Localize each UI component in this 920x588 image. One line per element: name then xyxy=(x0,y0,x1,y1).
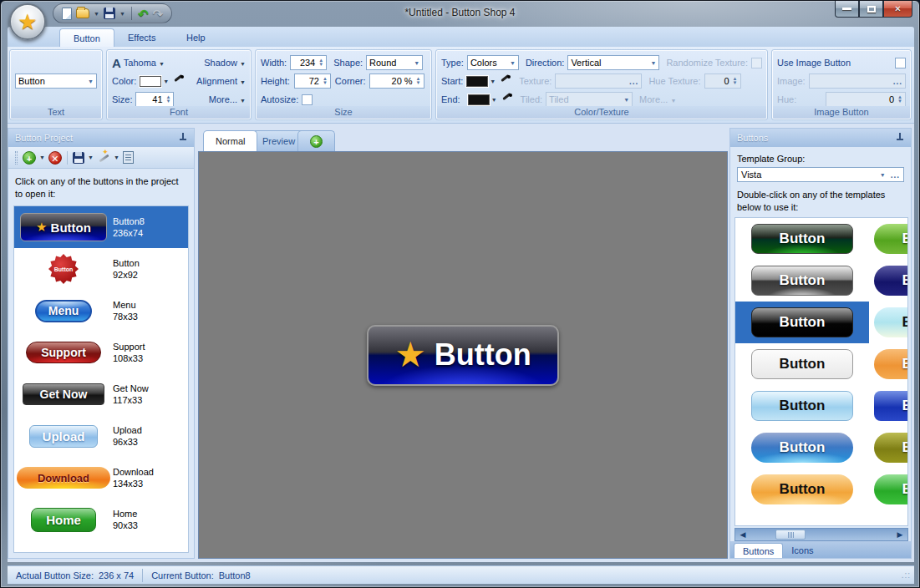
design-canvas[interactable]: ★ Button xyxy=(198,151,728,559)
project-button-list: ★Button Button8236x74 Button Button92x92… xyxy=(13,205,189,553)
font-color-caret[interactable]: ▼ xyxy=(163,79,169,84)
resize-grip[interactable]: .:: xyxy=(902,570,911,580)
spinner-arrows[interactable]: ▲▼ xyxy=(166,95,171,104)
list-item[interactable]: Get Now Get Now117x33 xyxy=(14,373,188,415)
height-spinner[interactable]: 72 ▲▼ xyxy=(294,74,331,89)
tab-button[interactable]: Button xyxy=(59,28,114,47)
tab-normal[interactable]: Normal xyxy=(203,130,257,151)
start-color-swatch[interactable] xyxy=(466,76,488,87)
report-icon[interactable] xyxy=(123,151,134,164)
item-dims: 96x33 xyxy=(113,436,142,448)
item-name: Button xyxy=(113,257,140,269)
save-project-icon[interactable] xyxy=(73,152,84,164)
scroll-left-icon[interactable]: ◀ xyxy=(735,530,750,539)
ribbon-group-color-texture: Type: Colors▼ Direction: Vertical▼ Rando… xyxy=(435,49,768,120)
template-item[interactable]: Button xyxy=(874,307,907,337)
list-item[interactable]: Support Support108x33 xyxy=(14,332,188,373)
tab-buttons[interactable]: Buttons xyxy=(734,543,783,558)
list-item[interactable]: Home Home90x33 xyxy=(14,499,188,540)
randomize-texture-label: Randomize Texture: xyxy=(666,58,748,68)
list-item[interactable]: ★Button Button8236x74 xyxy=(14,206,188,248)
wand-icon[interactable] xyxy=(97,151,110,165)
template-item[interactable]: Button xyxy=(874,224,907,254)
add-dropdown-caret[interactable]: ▼ xyxy=(39,155,45,160)
wand-dropdown-caret[interactable]: ▼ xyxy=(114,155,119,160)
button-preview: Download xyxy=(17,467,110,489)
eyedropper-icon[interactable] xyxy=(172,75,184,87)
templates-hint: Double-click on any of the templates bel… xyxy=(730,182,911,217)
template-item[interactable]: Button xyxy=(874,474,907,504)
end-label: End: xyxy=(441,94,460,104)
maximize-button[interactable] xyxy=(859,1,883,18)
shape-label: Shape: xyxy=(333,58,363,68)
list-item[interactable]: Download Download134x33 xyxy=(14,457,188,499)
close-button[interactable]: ✕ xyxy=(883,1,912,18)
item-name: Download xyxy=(113,466,154,478)
tab-effects[interactable]: Effects xyxy=(114,28,169,47)
tiled-label: Tiled: xyxy=(521,94,543,104)
template-item[interactable]: Button xyxy=(874,391,907,421)
template-item-selected[interactable]: Button xyxy=(735,302,869,343)
font-color-swatch[interactable] xyxy=(140,76,161,87)
shadow-dropdown[interactable]: Shadow ▼ xyxy=(204,58,246,68)
font-more-dropdown[interactable]: More... ▼ xyxy=(209,94,246,104)
shape-combo[interactable]: Round ▼ xyxy=(366,55,423,70)
item-dims: 90x33 xyxy=(113,520,138,531)
texture-browse-button: ... xyxy=(629,77,638,86)
template-item[interactable]: Button xyxy=(735,469,869,510)
actual-size-label: Actual Button Size: xyxy=(16,570,94,580)
template-item[interactable]: Button xyxy=(874,433,907,463)
texture-field: ... xyxy=(555,74,642,89)
template-group-browse[interactable]: ... xyxy=(891,170,900,180)
scrollbar-thumb[interactable] xyxy=(775,530,806,540)
save-project-caret[interactable]: ▼ xyxy=(88,155,94,160)
project-panel-header: Button Project xyxy=(8,129,194,147)
pin-icon[interactable] xyxy=(179,133,187,143)
end-color-caret[interactable]: ▼ xyxy=(491,97,497,103)
template-group-combo[interactable]: Vista ▼ ... xyxy=(737,167,904,182)
template-item[interactable]: Button xyxy=(735,427,869,469)
tab-help[interactable]: Help xyxy=(173,28,219,47)
direction-combo[interactable]: Vertical▼ xyxy=(567,55,659,70)
pin-icon[interactable] xyxy=(896,133,904,143)
add-tab-button[interactable]: + xyxy=(297,130,335,151)
group-label-text: Text xyxy=(11,106,101,119)
template-item[interactable]: Button xyxy=(735,260,869,302)
minimize-button[interactable] xyxy=(835,1,859,18)
end-color-swatch[interactable] xyxy=(468,94,490,105)
title-bar[interactable]: ★ ▼ ▼ ↶ ↷ *Untitled - Button Shop 4 ✕ xyxy=(1,1,919,26)
width-spinner[interactable]: 234 ▲▼ xyxy=(290,55,327,70)
start-color-caret[interactable]: ▼ xyxy=(490,79,496,84)
item-dims: 117x33 xyxy=(113,394,149,406)
list-item[interactable]: Button Button92x92 xyxy=(14,248,188,290)
button-text-combo[interactable]: Button ▼ xyxy=(15,74,97,89)
use-image-button-checkbox[interactable] xyxy=(895,58,906,68)
font-size-spinner[interactable]: 41 ▲▼ xyxy=(135,92,174,107)
list-item[interactable]: Upload Upload96x33 xyxy=(14,415,188,457)
start-eyedropper-icon[interactable] xyxy=(499,75,511,87)
type-combo[interactable]: Colors▼ xyxy=(467,55,519,70)
window-controls: ✕ xyxy=(835,1,912,18)
template-item[interactable]: Button xyxy=(735,218,869,260)
template-item[interactable]: Button xyxy=(874,349,907,379)
tab-icons[interactable]: Icons xyxy=(783,543,821,558)
scroll-right-icon[interactable]: ▶ xyxy=(892,530,907,539)
add-button[interactable]: + xyxy=(23,151,36,165)
font-name-dropdown[interactable]: Tahoma ▼ xyxy=(124,58,165,68)
delete-button[interactable]: ✕ xyxy=(48,151,62,165)
alignment-dropdown[interactable]: Alignment ▼ xyxy=(196,76,246,86)
autosize-checkbox[interactable] xyxy=(302,94,313,105)
corner-spinner[interactable]: 20 % ▲▼ xyxy=(369,74,424,89)
designed-button[interactable]: ★ Button xyxy=(367,325,559,386)
template-item[interactable]: Button xyxy=(735,343,869,385)
horizontal-scrollbar[interactable]: ◀ ▶ xyxy=(734,528,908,541)
template-item[interactable]: Button xyxy=(735,385,869,427)
item-name: Get Now xyxy=(113,383,149,394)
app-orb-button[interactable]: ★ xyxy=(9,3,46,40)
list-item[interactable]: Menu Menu78x33 xyxy=(14,290,188,332)
button-preview: Menu xyxy=(35,300,92,322)
star-icon: ★ xyxy=(18,9,37,35)
end-eyedropper-icon[interactable] xyxy=(501,94,512,105)
item-dims: 92x92 xyxy=(113,269,140,281)
template-item[interactable]: Button xyxy=(874,266,907,296)
